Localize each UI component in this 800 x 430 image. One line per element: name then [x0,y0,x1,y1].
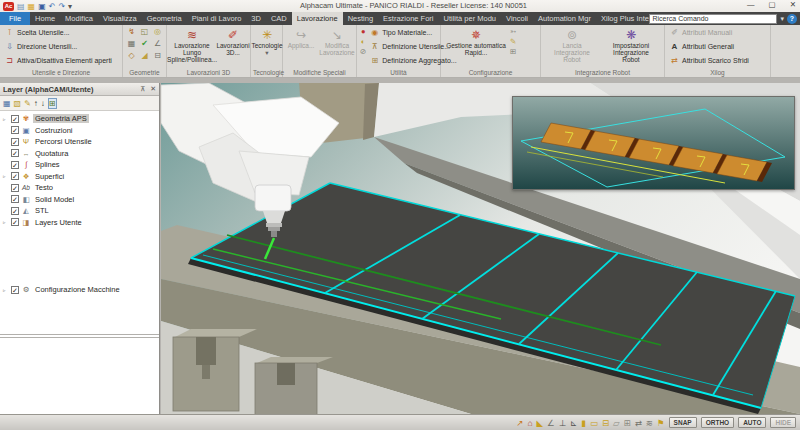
redo-icon[interactable]: ↷ [58,2,65,11]
geometry-tool-icon[interactable]: ◱ [138,26,151,38]
chevron-down-icon[interactable]: ▾ [780,15,784,23]
tab-modifica[interactable]: Modifica [60,12,98,25]
ortho-button[interactable]: ORTHO [701,417,734,428]
layer-checkbox[interactable]: ✓ [11,218,19,226]
layer-item-percorsi-utensile[interactable]: ✓ Ψ Percorsi Utensile [0,136,159,148]
home-view-icon[interactable]: ⌂ [527,418,532,428]
edit-layer-icon[interactable]: ✎ [24,99,31,108]
gestione-automatica-rapid-button[interactable]: ✵ Gestione automatica Rapid... [443,26,509,58]
layer-item-quotatura[interactable]: ✓ ↔ Quotatura [0,148,159,160]
close-panel-icon[interactable]: ✕ [150,85,156,93]
config-arrow-icon[interactable]: ➳ [510,27,516,36]
tecnologie-button[interactable]: ✳ Tecnologie ▾ [253,26,281,58]
config-grid-icon[interactable]: ⊞ [510,47,516,56]
geometry-tool-icon[interactable]: ↯ [125,26,138,38]
geometry-tool-icon[interactable]: ▦ [125,38,138,50]
wireframe-view-icon[interactable]: ▭ [590,418,598,428]
red-marker-icon[interactable]: ● [360,27,366,36]
layer-checkbox[interactable]: ✓ [11,161,19,169]
open-folder-icon[interactable]: ▦ [28,2,36,11]
layer-checkbox[interactable]: ✓ [11,207,19,215]
close-button[interactable]: ✕ [790,0,796,9]
applica-button[interactable]: ↪ Applica... [285,26,317,58]
expander-icon[interactable]: ▹ [3,116,9,122]
new-layer-icon[interactable]: ▦ [3,99,11,108]
geometry-tool-icon[interactable]: ◢ [138,50,151,62]
lavorazione-spline-button[interactable]: ≋ Lavorazione Lungo Spline/Polilinea... [169,26,215,65]
machine-configuration-item[interactable]: ▹ ✓ ⚙ Configurazione Macchine [0,284,159,296]
tree-view-icon[interactable]: ⊞ [48,98,57,109]
tab-nesting[interactable]: Nesting [343,12,378,25]
geometry-tool-icon[interactable]: ◎ [151,26,164,38]
lavorazioni-3d-button[interactable]: ✐ Lavorazioni 3D... [216,26,250,65]
expander-icon[interactable]: ▹ [3,287,9,293]
layer-item-testo[interactable]: ✓ Ab Testo [0,182,159,194]
layer-item-superfici[interactable]: ▹ ✓ ❖ Superfici [0,171,159,183]
command-search-input[interactable] [649,14,777,24]
geometry-tool-icon[interactable]: ✔ [138,38,151,50]
snap-button[interactable]: SNAP [669,417,697,428]
undo-icon[interactable]: ↶ [49,2,56,11]
layer-item-splines[interactable]: ✓ ∫ Splines [0,159,159,171]
tab-piani-di-lavoro[interactable]: Piani di Lavoro [187,12,247,25]
half-marker-icon[interactable]: ◐ [360,37,366,46]
disable-marker-icon[interactable]: ⊘ [360,47,366,56]
hide-button[interactable]: HIDE [770,417,796,428]
layer-item-layers-utente[interactable]: ▹ ✓ ◨ Layers Utente [0,217,159,229]
lancia-integrazione-robot-button[interactable]: ⊚ Lancia Integrazione Robot [544,26,600,65]
layer-checkbox[interactable]: ✓ [11,195,19,203]
section-view-icon[interactable]: ⊟ [602,418,609,428]
save-icon[interactable]: ▣ [38,2,46,11]
pin-icon[interactable]: ⊼ [140,85,145,93]
layer-item-geometria-aps[interactable]: ▹ ✓ ✾ Geometria APS [0,113,159,125]
layer-item-stl[interactable]: ✓ ◭ STL [0,205,159,217]
geometry-tool-icon[interactable]: ◇ [125,50,138,62]
attiva-disattiva-elementi-button[interactable]: ⊐ Attiva/Disattiva Elementi aperti [2,54,120,67]
minimize-button[interactable]: — [747,0,755,9]
layer-checkbox[interactable]: ✓ [11,184,19,192]
tab-file[interactable]: File [0,12,30,25]
waves-icon[interactable]: ≋ [646,418,653,428]
impostazioni-integrazione-robot-button[interactable]: ❋ Impostazioni Integrazione Robot [601,26,661,65]
move-down-icon[interactable]: ↓ [41,99,45,108]
auto-button[interactable]: AUTO [738,417,766,428]
pan-icon[interactable]: ↗ [516,418,523,428]
solid-view-icon[interactable]: ▮ [581,418,586,428]
layer-item-solid-model[interactable]: ✓ ◧ Solid Model [0,194,159,206]
tab-utilita-per-modu[interactable]: Utilità per Modu [439,12,502,25]
move-up-icon[interactable]: ↑ [34,99,38,108]
layer-checkbox[interactable]: ✓ [11,172,19,180]
layer-checkbox[interactable]: ✓ [11,115,19,123]
tab-visualizza[interactable]: Visualizza [98,12,142,25]
part-preview-window[interactable] [512,96,795,190]
swap-view-icon[interactable]: ⇄ [635,418,642,428]
tab-3d[interactable]: 3D [246,12,266,25]
flag-icon[interactable]: ⚑ [657,418,665,428]
plane-view-icon[interactable]: ▱ [613,418,620,428]
attributi-generali-button[interactable]: A Attributi Generali [667,40,768,53]
attributi-manuali-button[interactable]: ✐ Attributi Manuali [667,26,768,39]
tab-lavorazione[interactable]: Lavorazione [292,12,343,25]
tab-estrazione-fori[interactable]: Estrazione Fori [378,12,438,25]
tab-geometria[interactable]: Geometria [142,12,187,25]
tab-xilog-plus-interface[interactable]: Xilog Plus Interfa [596,12,650,25]
tab-cad[interactable]: CAD [266,12,292,25]
incline-icon[interactable]: ⊾ [570,418,577,428]
perpendicular-icon[interactable]: ⊥ [559,418,566,428]
grid-view-icon[interactable]: ⊞ [624,418,631,428]
layer-item-costruzioni[interactable]: ✓ ▣ Costruzioni [0,125,159,137]
zoom-corner-icon[interactable]: ◣ [537,418,544,428]
attributi-scarico-sfridi-button[interactable]: ⇄ Attributi Scarico Sfridi [667,54,768,67]
maximize-button[interactable]: ▢ [769,0,776,9]
geometry-tool-icon[interactable]: ∠ [151,38,164,50]
expander-icon[interactable]: ▹ [3,219,9,225]
direzione-utensili-button[interactable]: ⇩ Direzione Utensili... [2,40,120,53]
scelta-utensile-button[interactable]: ⊺ Scelta Utensile... [2,26,120,39]
modifica-lavorazione-button[interactable]: ↘ Modifica Lavorazione [318,26,356,58]
tab-home[interactable]: Home [30,12,60,25]
new-document-icon[interactable]: ▤ [17,2,25,11]
tab-automation-mgr[interactable]: Automation Mgr [533,12,596,25]
machine-checkbox[interactable]: ✓ [11,286,19,294]
active-layer-icon[interactable]: ▧ [14,99,22,108]
layer-checkbox[interactable]: ✓ [11,149,19,157]
